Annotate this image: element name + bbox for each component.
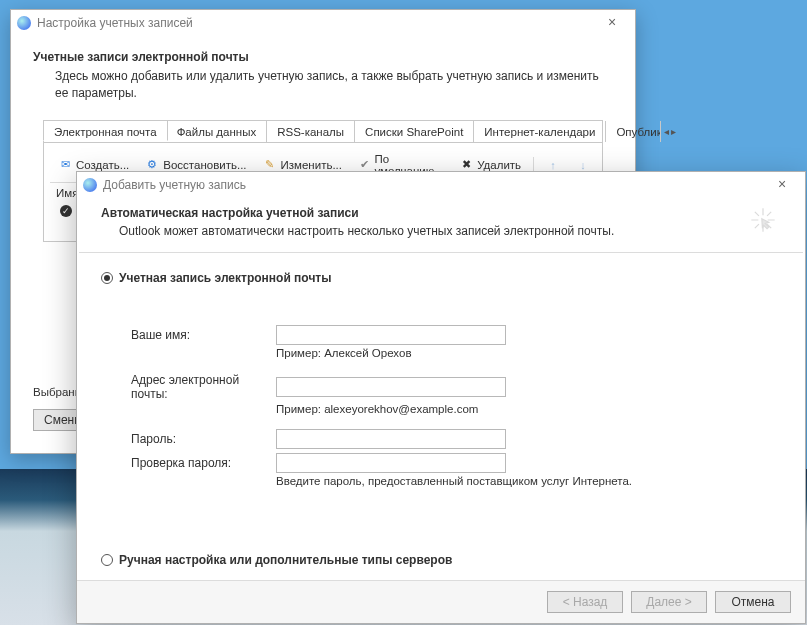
password-confirm-label: Проверка пароля: <box>131 456 276 470</box>
radio-manual-label: Ручная настройка или дополнительные типы… <box>119 553 452 567</box>
close-icon[interactable]: × <box>595 13 629 33</box>
wizard-body: Учетная запись электронной почты Ваше им… <box>77 253 805 567</box>
tab-scroll-left-icon[interactable]: ◂ <box>664 126 669 137</box>
wizard-heading: Автоматическая настройка учетной записи <box>101 206 749 220</box>
arrow-up-icon: ↑ <box>546 158 560 172</box>
check-default-icon: ✔ <box>358 158 370 172</box>
tab-scroll: ◂ ▸ <box>661 121 679 142</box>
window-title: Добавить учетную запись <box>103 178 246 192</box>
arrow-down-icon: ↓ <box>576 158 590 172</box>
wizard-header: Автоматическая настройка учетной записи … <box>77 198 805 252</box>
password-confirm-input[interactable] <box>276 453 506 473</box>
name-hint: Пример: Алексей Орехов <box>131 347 781 359</box>
password-input[interactable] <box>276 429 506 449</box>
radio-email-account[interactable]: Учетная запись электронной почты <box>101 271 781 285</box>
close-icon[interactable]: × <box>765 175 799 195</box>
section-heading: Учетные записи электронной почты <box>33 50 613 64</box>
wizard-footer: < Назад Далее > Отмена <box>77 580 805 623</box>
tab-data-files[interactable]: Файлы данных <box>167 121 268 142</box>
name-input[interactable] <box>276 325 506 345</box>
cancel-button[interactable]: Отмена <box>715 591 791 613</box>
mail-new-icon: ✉ <box>58 158 72 172</box>
account-form: Ваше имя: Пример: Алексей Орехов Адрес э… <box>101 325 781 487</box>
wizard-subheading: Outlook может автоматически настроить не… <box>101 224 749 238</box>
new-account-label: Создать... <box>76 159 129 171</box>
repair-account-label: Восстановить... <box>163 159 246 171</box>
default-check-icon: ✓ <box>60 205 72 217</box>
password-label: Пароль: <box>131 432 276 446</box>
globe-icon <box>17 16 31 30</box>
radio-icon <box>101 554 113 566</box>
gear-repair-icon: ⚙ <box>145 158 159 172</box>
back-button[interactable]: < Назад <box>547 591 623 613</box>
email-hint: Пример: alexeyorekhov@example.com <box>131 403 781 415</box>
name-label: Ваше имя: <box>131 328 276 342</box>
next-button[interactable]: Далее > <box>631 591 707 613</box>
section-description: Здесь можно добавить или удалить учетную… <box>33 68 613 102</box>
email-input[interactable] <box>276 377 506 397</box>
window-titlebar[interactable]: Настройка учетных записей × <box>11 10 635 36</box>
globe-icon <box>83 178 97 192</box>
window-titlebar[interactable]: Добавить учетную запись × <box>77 172 805 198</box>
add-account-window: Добавить учетную запись × Автоматическая… <box>76 171 806 624</box>
tab-scroll-right-icon[interactable]: ▸ <box>671 126 676 137</box>
pencil-change-icon: ✎ <box>263 158 277 172</box>
radio-email-label: Учетная запись электронной почты <box>119 271 332 285</box>
tab-sharepoint[interactable]: Списки SharePoint <box>355 121 474 142</box>
tab-internet-calendars[interactable]: Интернет-календари <box>474 121 606 142</box>
sparkle-cursor-icon <box>749 206 777 234</box>
window-title: Настройка учетных записей <box>37 16 193 30</box>
password-hint: Введите пароль, предоставленный поставщи… <box>131 475 781 487</box>
tab-email[interactable]: Электронная почта <box>43 120 168 141</box>
tab-rss[interactable]: RSS-каналы <box>267 121 355 142</box>
tab-published-truncated[interactable]: Опублико <box>606 121 661 142</box>
email-label: Адрес электронной почты: <box>131 373 276 401</box>
change-account-label: Изменить... <box>281 159 342 171</box>
radio-manual-setup[interactable]: Ручная настройка или дополнительные типы… <box>101 553 781 567</box>
delete-account-label: Удалить <box>477 159 521 171</box>
x-delete-icon: ✖ <box>459 158 473 172</box>
tabs-bar: Электронная почта Файлы данных RSS-канал… <box>43 120 603 143</box>
radio-icon <box>101 272 113 284</box>
